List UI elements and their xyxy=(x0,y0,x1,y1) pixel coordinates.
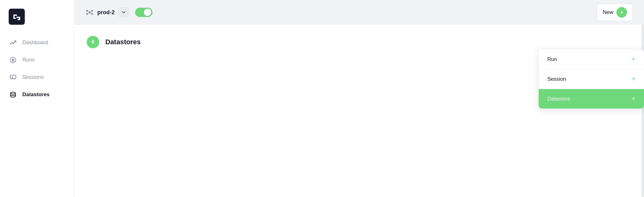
env-dropdown-button[interactable] xyxy=(118,7,129,18)
app-logo xyxy=(9,9,25,25)
menu-item-datastore[interactable]: Datastore + xyxy=(539,89,644,109)
nav-menu: Dashboard Runs xyxy=(0,31,74,106)
new-button[interactable]: New + xyxy=(597,4,633,21)
dashboard-icon xyxy=(9,38,17,47)
sidebar-item-label: Datastores xyxy=(22,92,50,98)
sidebar-item-dashboard[interactable]: Dashboard xyxy=(0,34,74,51)
sidebar-item-label: Dashboard xyxy=(22,40,48,46)
new-button-label: New xyxy=(603,9,613,15)
svg-point-8 xyxy=(91,13,93,15)
page-content: 0 Datastores Run + Session + Datastore + xyxy=(74,25,644,197)
sessions-icon xyxy=(9,73,17,82)
sidebar: Dashboard Runs xyxy=(0,0,74,197)
header-left: prod-2 xyxy=(86,7,152,18)
menu-item-session-label: Session xyxy=(547,76,566,82)
svg-point-7 xyxy=(86,13,88,15)
new-dropdown-menu: Run + Session + Datastore + xyxy=(539,49,644,109)
svg-rect-2 xyxy=(10,75,16,79)
datastores-icon xyxy=(9,90,17,99)
svg-point-6 xyxy=(91,10,93,12)
sidebar-item-sessions[interactable]: Sessions xyxy=(0,69,74,86)
runs-icon xyxy=(9,56,17,64)
sidebar-item-label: Runs xyxy=(22,57,35,63)
logo-area xyxy=(0,0,74,31)
sidebar-item-runs[interactable]: Runs xyxy=(0,51,74,69)
toggle-knob xyxy=(144,9,151,16)
header-right: New + xyxy=(597,4,633,21)
menu-item-run-label: Run xyxy=(547,56,557,62)
menu-item-datastore-plus-icon: + xyxy=(632,95,635,102)
menu-item-session-plus-icon: + xyxy=(632,75,635,83)
main-area: prod-2 New + 0 Datastores xyxy=(74,0,644,197)
env-toggle[interactable] xyxy=(135,8,152,17)
header: prod-2 New + xyxy=(74,0,644,25)
menu-item-run-plus-icon: + xyxy=(632,56,635,63)
sidebar-item-datastores[interactable]: Datastores xyxy=(0,86,74,103)
count-badge: 0 xyxy=(87,36,99,48)
menu-item-run[interactable]: Run + xyxy=(539,49,644,69)
menu-item-datastore-label: Datastore xyxy=(547,96,570,102)
cluster-icon xyxy=(86,8,94,16)
new-button-plus-icon: + xyxy=(616,7,627,18)
sidebar-item-label: Sessions xyxy=(22,74,44,80)
env-name: prod-2 xyxy=(97,9,115,16)
svg-point-5 xyxy=(86,10,88,12)
svg-point-3 xyxy=(11,92,15,94)
page-title: Datastores xyxy=(105,38,141,46)
menu-item-session[interactable]: Session + xyxy=(539,69,644,89)
